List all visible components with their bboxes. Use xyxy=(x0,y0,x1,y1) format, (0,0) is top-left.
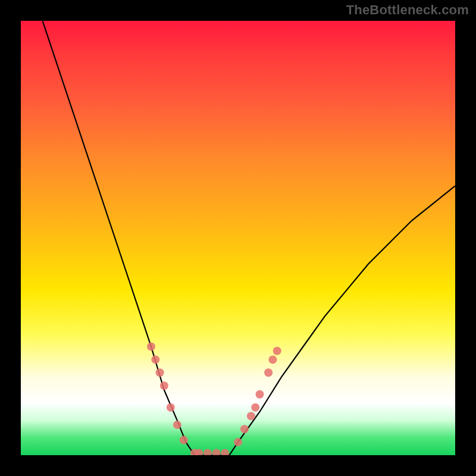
chart-svg xyxy=(21,21,455,455)
scatter-point xyxy=(212,449,221,455)
scatter-points xyxy=(147,343,281,456)
scatter-point xyxy=(273,347,281,355)
scatter-point xyxy=(173,421,181,429)
scatter-point xyxy=(251,403,259,412)
scatter-point xyxy=(151,355,159,364)
scatter-point xyxy=(156,368,164,377)
chart-frame: TheBottleneck.com xyxy=(0,0,476,476)
scatter-point xyxy=(203,449,212,455)
plot-area xyxy=(21,21,455,455)
scatter-point xyxy=(167,403,175,412)
scatter-point xyxy=(221,449,229,455)
watermark-text: TheBottleneck.com xyxy=(346,2,469,18)
bottleneck-curve xyxy=(43,21,456,455)
scatter-point xyxy=(180,436,188,444)
scatter-point xyxy=(264,368,273,377)
scatter-point xyxy=(247,412,255,420)
scatter-point xyxy=(160,381,168,390)
scatter-point xyxy=(256,390,264,399)
scatter-point xyxy=(268,355,277,364)
scatter-point xyxy=(234,438,242,446)
scatter-point xyxy=(147,343,155,351)
scatter-point xyxy=(240,425,249,433)
